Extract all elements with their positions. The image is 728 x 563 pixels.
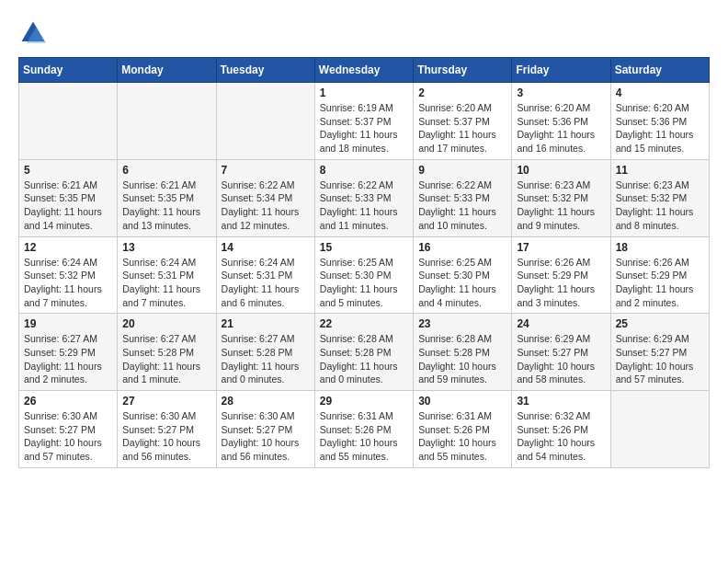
day-number: 3: [517, 86, 605, 99]
day-info: Sunrise: 6:30 AM Sunset: 5:27 PM Dayligh…: [24, 409, 112, 464]
calendar-cell: 9Sunrise: 6:22 AM Sunset: 5:33 PM Daylig…: [414, 159, 512, 236]
day-number: 26: [24, 395, 112, 408]
calendar-cell: 1Sunrise: 6:19 AM Sunset: 5:37 PM Daylig…: [314, 83, 413, 160]
day-number: 28: [222, 395, 310, 408]
calendar-cell: 21Sunrise: 6:27 AM Sunset: 5:28 PM Dayli…: [216, 314, 314, 391]
weekday-header-tuesday: Tuesday: [216, 58, 314, 83]
day-number: 17: [517, 241, 605, 254]
weekday-header-wednesday: Wednesday: [314, 58, 413, 83]
calendar-cell: 26Sunrise: 6:30 AM Sunset: 5:27 PM Dayli…: [19, 391, 118, 468]
calendar-cell: 19Sunrise: 6:27 AM Sunset: 5:29 PM Dayli…: [19, 314, 118, 391]
day-number: 18: [616, 241, 704, 254]
calendar-cell: 17Sunrise: 6:26 AM Sunset: 5:29 PM Dayli…: [512, 236, 610, 314]
day-info: Sunrise: 6:31 AM Sunset: 5:26 PM Dayligh…: [320, 409, 408, 464]
calendar-cell: 25Sunrise: 6:29 AM Sunset: 5:27 PM Dayli…: [610, 314, 709, 391]
weekday-header-sunday: Sunday: [19, 58, 118, 83]
day-number: 27: [122, 395, 210, 408]
calendar-cell: 14Sunrise: 6:24 AM Sunset: 5:31 PM Dayli…: [216, 236, 314, 314]
day-number: 29: [320, 395, 408, 408]
weekday-header-row: SundayMondayTuesdayWednesdayThursdayFrid…: [19, 58, 710, 83]
day-number: 25: [616, 317, 704, 330]
calendar-week-5: 26Sunrise: 6:30 AM Sunset: 5:27 PM Dayli…: [19, 391, 710, 468]
day-info: Sunrise: 6:22 AM Sunset: 5:34 PM Dayligh…: [222, 178, 310, 233]
day-number: 16: [418, 241, 506, 254]
logo: [18, 18, 51, 48]
day-number: 7: [222, 164, 310, 177]
day-number: 11: [616, 164, 704, 177]
day-info: Sunrise: 6:31 AM Sunset: 5:26 PM Dayligh…: [418, 409, 506, 464]
day-info: Sunrise: 6:20 AM Sunset: 5:37 PM Dayligh…: [418, 101, 506, 155]
day-info: Sunrise: 6:21 AM Sunset: 5:35 PM Dayligh…: [24, 178, 112, 233]
day-info: Sunrise: 6:30 AM Sunset: 5:27 PM Dayligh…: [222, 409, 310, 464]
calendar-cell: 30Sunrise: 6:31 AM Sunset: 5:26 PM Dayli…: [414, 391, 512, 468]
day-info: Sunrise: 6:29 AM Sunset: 5:27 PM Dayligh…: [616, 332, 704, 386]
calendar-week-1: 1Sunrise: 6:19 AM Sunset: 5:37 PM Daylig…: [19, 83, 710, 160]
day-info: Sunrise: 6:27 AM Sunset: 5:28 PM Dayligh…: [122, 332, 210, 386]
day-number: 6: [122, 164, 210, 177]
calendar-cell: [610, 391, 709, 468]
calendar-cell: 8Sunrise: 6:22 AM Sunset: 5:33 PM Daylig…: [314, 159, 413, 236]
page-header: [18, 18, 710, 48]
calendar-cell: 22Sunrise: 6:28 AM Sunset: 5:28 PM Dayli…: [314, 314, 413, 391]
day-number: 10: [517, 164, 605, 177]
day-info: Sunrise: 6:28 AM Sunset: 5:28 PM Dayligh…: [320, 332, 408, 386]
day-info: Sunrise: 6:30 AM Sunset: 5:27 PM Dayligh…: [122, 409, 210, 464]
day-number: 5: [24, 164, 112, 177]
calendar-week-4: 19Sunrise: 6:27 AM Sunset: 5:29 PM Dayli…: [19, 314, 710, 391]
day-number: 19: [24, 317, 112, 330]
calendar-cell: 5Sunrise: 6:21 AM Sunset: 5:35 PM Daylig…: [19, 159, 118, 236]
day-number: 13: [122, 241, 210, 254]
day-info: Sunrise: 6:29 AM Sunset: 5:27 PM Dayligh…: [517, 332, 605, 386]
weekday-header-saturday: Saturday: [610, 58, 709, 83]
day-number: 14: [222, 241, 310, 254]
logo-icon: [18, 18, 48, 48]
day-number: 20: [122, 317, 210, 330]
day-info: Sunrise: 6:19 AM Sunset: 5:37 PM Dayligh…: [320, 101, 408, 155]
day-number: 22: [320, 317, 408, 330]
day-info: Sunrise: 6:23 AM Sunset: 5:32 PM Dayligh…: [616, 178, 704, 233]
day-info: Sunrise: 6:24 AM Sunset: 5:32 PM Dayligh…: [24, 256, 112, 310]
calendar-cell: [118, 83, 216, 160]
day-info: Sunrise: 6:26 AM Sunset: 5:29 PM Dayligh…: [517, 256, 605, 310]
day-info: Sunrise: 6:26 AM Sunset: 5:29 PM Dayligh…: [616, 256, 704, 310]
day-info: Sunrise: 6:20 AM Sunset: 5:36 PM Dayligh…: [616, 101, 704, 155]
calendar-cell: [216, 83, 314, 160]
calendar-cell: 28Sunrise: 6:30 AM Sunset: 5:27 PM Dayli…: [216, 391, 314, 468]
day-info: Sunrise: 6:23 AM Sunset: 5:32 PM Dayligh…: [517, 178, 605, 233]
day-info: Sunrise: 6:28 AM Sunset: 5:28 PM Dayligh…: [418, 332, 506, 386]
calendar-cell: 10Sunrise: 6:23 AM Sunset: 5:32 PM Dayli…: [512, 159, 610, 236]
day-info: Sunrise: 6:27 AM Sunset: 5:29 PM Dayligh…: [24, 332, 112, 386]
calendar-cell: 16Sunrise: 6:25 AM Sunset: 5:30 PM Dayli…: [414, 236, 512, 314]
day-info: Sunrise: 6:21 AM Sunset: 5:35 PM Dayligh…: [122, 178, 210, 233]
calendar-cell: 4Sunrise: 6:20 AM Sunset: 5:36 PM Daylig…: [610, 83, 709, 160]
calendar-cell: 15Sunrise: 6:25 AM Sunset: 5:30 PM Dayli…: [314, 236, 413, 314]
day-number: 4: [616, 86, 704, 99]
calendar-cell: [19, 83, 118, 160]
calendar-cell: 11Sunrise: 6:23 AM Sunset: 5:32 PM Dayli…: [610, 159, 709, 236]
calendar-cell: 18Sunrise: 6:26 AM Sunset: 5:29 PM Dayli…: [610, 236, 709, 314]
calendar-cell: 13Sunrise: 6:24 AM Sunset: 5:31 PM Dayli…: [118, 236, 216, 314]
day-number: 9: [418, 164, 506, 177]
calendar-cell: 3Sunrise: 6:20 AM Sunset: 5:36 PM Daylig…: [512, 83, 610, 160]
calendar-cell: 31Sunrise: 6:32 AM Sunset: 5:26 PM Dayli…: [512, 391, 610, 468]
day-number: 31: [517, 395, 605, 408]
day-info: Sunrise: 6:32 AM Sunset: 5:26 PM Dayligh…: [517, 409, 605, 464]
day-info: Sunrise: 6:25 AM Sunset: 5:30 PM Dayligh…: [418, 256, 506, 310]
day-info: Sunrise: 6:24 AM Sunset: 5:31 PM Dayligh…: [122, 256, 210, 310]
calendar-cell: 23Sunrise: 6:28 AM Sunset: 5:28 PM Dayli…: [414, 314, 512, 391]
calendar-table: SundayMondayTuesdayWednesdayThursdayFrid…: [18, 57, 710, 468]
day-number: 12: [24, 241, 112, 254]
day-info: Sunrise: 6:22 AM Sunset: 5:33 PM Dayligh…: [320, 178, 408, 233]
calendar-cell: 27Sunrise: 6:30 AM Sunset: 5:27 PM Dayli…: [118, 391, 216, 468]
day-number: 21: [222, 317, 310, 330]
weekday-header-monday: Monday: [118, 58, 216, 83]
day-number: 30: [418, 395, 506, 408]
calendar-cell: 7Sunrise: 6:22 AM Sunset: 5:34 PM Daylig…: [216, 159, 314, 236]
day-info: Sunrise: 6:27 AM Sunset: 5:28 PM Dayligh…: [222, 332, 310, 386]
day-info: Sunrise: 6:20 AM Sunset: 5:36 PM Dayligh…: [517, 101, 605, 155]
calendar-week-2: 5Sunrise: 6:21 AM Sunset: 5:35 PM Daylig…: [19, 159, 710, 236]
day-number: 15: [320, 241, 408, 254]
calendar-cell: 6Sunrise: 6:21 AM Sunset: 5:35 PM Daylig…: [118, 159, 216, 236]
day-info: Sunrise: 6:22 AM Sunset: 5:33 PM Dayligh…: [418, 178, 506, 233]
calendar-cell: 2Sunrise: 6:20 AM Sunset: 5:37 PM Daylig…: [414, 83, 512, 160]
